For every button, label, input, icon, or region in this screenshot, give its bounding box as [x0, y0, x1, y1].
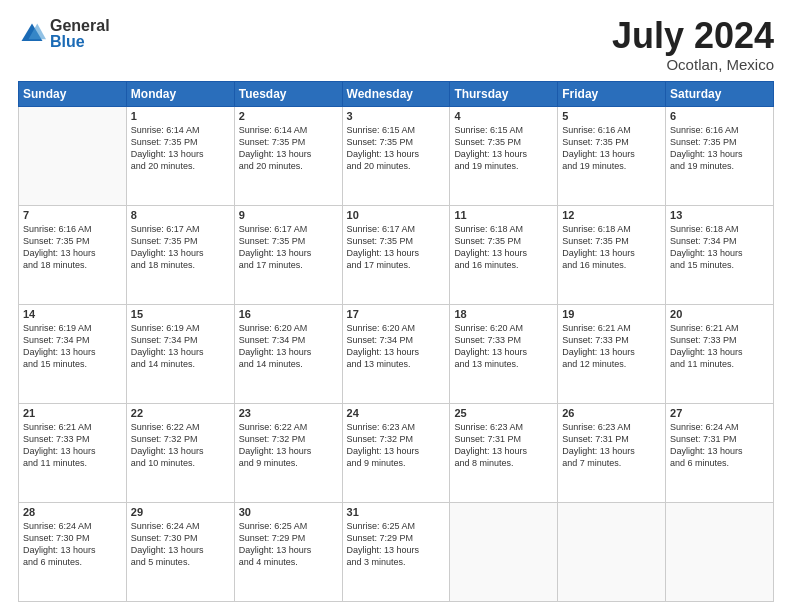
day-info: Sunrise: 6:24 AMSunset: 7:30 PMDaylight:…	[23, 520, 122, 569]
day-number: 1	[131, 110, 230, 122]
table-row	[558, 503, 666, 602]
day-info: Sunrise: 6:25 AMSunset: 7:29 PMDaylight:…	[347, 520, 446, 569]
day-info: Sunrise: 6:14 AMSunset: 7:35 PMDaylight:…	[239, 124, 338, 173]
table-row: 20Sunrise: 6:21 AMSunset: 7:33 PMDayligh…	[666, 305, 774, 404]
col-sunday: Sunday	[19, 82, 127, 107]
table-row: 11Sunrise: 6:18 AMSunset: 7:35 PMDayligh…	[450, 206, 558, 305]
table-row: 29Sunrise: 6:24 AMSunset: 7:30 PMDayligh…	[126, 503, 234, 602]
day-number: 25	[454, 407, 553, 419]
table-row: 14Sunrise: 6:19 AMSunset: 7:34 PMDayligh…	[19, 305, 127, 404]
table-row	[19, 107, 127, 206]
table-row: 8Sunrise: 6:17 AMSunset: 7:35 PMDaylight…	[126, 206, 234, 305]
table-row: 30Sunrise: 6:25 AMSunset: 7:29 PMDayligh…	[234, 503, 342, 602]
day-info: Sunrise: 6:16 AMSunset: 7:35 PMDaylight:…	[562, 124, 661, 173]
day-info: Sunrise: 6:21 AMSunset: 7:33 PMDaylight:…	[670, 322, 769, 371]
day-number: 3	[347, 110, 446, 122]
table-row	[450, 503, 558, 602]
table-row: 12Sunrise: 6:18 AMSunset: 7:35 PMDayligh…	[558, 206, 666, 305]
col-saturday: Saturday	[666, 82, 774, 107]
table-row: 1Sunrise: 6:14 AMSunset: 7:35 PMDaylight…	[126, 107, 234, 206]
col-tuesday: Tuesday	[234, 82, 342, 107]
day-info: Sunrise: 6:18 AMSunset: 7:35 PMDaylight:…	[454, 223, 553, 272]
day-info: Sunrise: 6:24 AMSunset: 7:30 PMDaylight:…	[131, 520, 230, 569]
day-info: Sunrise: 6:22 AMSunset: 7:32 PMDaylight:…	[239, 421, 338, 470]
day-number: 28	[23, 506, 122, 518]
day-number: 26	[562, 407, 661, 419]
table-row: 3Sunrise: 6:15 AMSunset: 7:35 PMDaylight…	[342, 107, 450, 206]
day-number: 5	[562, 110, 661, 122]
day-number: 2	[239, 110, 338, 122]
day-number: 10	[347, 209, 446, 221]
table-row: 7Sunrise: 6:16 AMSunset: 7:35 PMDaylight…	[19, 206, 127, 305]
day-info: Sunrise: 6:17 AMSunset: 7:35 PMDaylight:…	[239, 223, 338, 272]
table-row: 5Sunrise: 6:16 AMSunset: 7:35 PMDaylight…	[558, 107, 666, 206]
table-row: 2Sunrise: 6:14 AMSunset: 7:35 PMDaylight…	[234, 107, 342, 206]
day-number: 22	[131, 407, 230, 419]
table-row: 9Sunrise: 6:17 AMSunset: 7:35 PMDaylight…	[234, 206, 342, 305]
day-number: 19	[562, 308, 661, 320]
day-number: 11	[454, 209, 553, 221]
calendar-table: Sunday Monday Tuesday Wednesday Thursday…	[18, 81, 774, 602]
day-number: 27	[670, 407, 769, 419]
day-number: 24	[347, 407, 446, 419]
logo-text: General Blue	[50, 18, 110, 50]
title-block: July 2024 Ocotlan, Mexico	[612, 18, 774, 73]
table-row: 18Sunrise: 6:20 AMSunset: 7:33 PMDayligh…	[450, 305, 558, 404]
day-number: 16	[239, 308, 338, 320]
table-row: 27Sunrise: 6:24 AMSunset: 7:31 PMDayligh…	[666, 404, 774, 503]
day-number: 13	[670, 209, 769, 221]
day-info: Sunrise: 6:14 AMSunset: 7:35 PMDaylight:…	[131, 124, 230, 173]
day-number: 14	[23, 308, 122, 320]
table-row: 24Sunrise: 6:23 AMSunset: 7:32 PMDayligh…	[342, 404, 450, 503]
title-location: Ocotlan, Mexico	[612, 56, 774, 73]
calendar-header-row: Sunday Monday Tuesday Wednesday Thursday…	[19, 82, 774, 107]
day-number: 18	[454, 308, 553, 320]
day-info: Sunrise: 6:20 AMSunset: 7:33 PMDaylight:…	[454, 322, 553, 371]
table-row: 15Sunrise: 6:19 AMSunset: 7:34 PMDayligh…	[126, 305, 234, 404]
day-info: Sunrise: 6:23 AMSunset: 7:31 PMDaylight:…	[562, 421, 661, 470]
day-info: Sunrise: 6:22 AMSunset: 7:32 PMDaylight:…	[131, 421, 230, 470]
table-row: 23Sunrise: 6:22 AMSunset: 7:32 PMDayligh…	[234, 404, 342, 503]
day-number: 23	[239, 407, 338, 419]
day-number: 29	[131, 506, 230, 518]
day-info: Sunrise: 6:23 AMSunset: 7:32 PMDaylight:…	[347, 421, 446, 470]
day-number: 12	[562, 209, 661, 221]
day-number: 30	[239, 506, 338, 518]
day-info: Sunrise: 6:25 AMSunset: 7:29 PMDaylight:…	[239, 520, 338, 569]
day-info: Sunrise: 6:16 AMSunset: 7:35 PMDaylight:…	[670, 124, 769, 173]
day-info: Sunrise: 6:18 AMSunset: 7:34 PMDaylight:…	[670, 223, 769, 272]
calendar-week-row: 7Sunrise: 6:16 AMSunset: 7:35 PMDaylight…	[19, 206, 774, 305]
calendar-week-row: 21Sunrise: 6:21 AMSunset: 7:33 PMDayligh…	[19, 404, 774, 503]
day-number: 9	[239, 209, 338, 221]
table-row: 6Sunrise: 6:16 AMSunset: 7:35 PMDaylight…	[666, 107, 774, 206]
table-row: 26Sunrise: 6:23 AMSunset: 7:31 PMDayligh…	[558, 404, 666, 503]
day-number: 6	[670, 110, 769, 122]
day-number: 7	[23, 209, 122, 221]
table-row: 19Sunrise: 6:21 AMSunset: 7:33 PMDayligh…	[558, 305, 666, 404]
col-thursday: Thursday	[450, 82, 558, 107]
day-info: Sunrise: 6:19 AMSunset: 7:34 PMDaylight:…	[131, 322, 230, 371]
calendar-week-row: 1Sunrise: 6:14 AMSunset: 7:35 PMDaylight…	[19, 107, 774, 206]
col-monday: Monday	[126, 82, 234, 107]
table-row: 13Sunrise: 6:18 AMSunset: 7:34 PMDayligh…	[666, 206, 774, 305]
day-info: Sunrise: 6:23 AMSunset: 7:31 PMDaylight:…	[454, 421, 553, 470]
day-info: Sunrise: 6:20 AMSunset: 7:34 PMDaylight:…	[239, 322, 338, 371]
day-number: 31	[347, 506, 446, 518]
day-info: Sunrise: 6:17 AMSunset: 7:35 PMDaylight:…	[131, 223, 230, 272]
day-number: 17	[347, 308, 446, 320]
table-row: 25Sunrise: 6:23 AMSunset: 7:31 PMDayligh…	[450, 404, 558, 503]
col-wednesday: Wednesday	[342, 82, 450, 107]
title-month: July 2024	[612, 18, 774, 54]
logo-general-text: General	[50, 18, 110, 34]
table-row: 22Sunrise: 6:22 AMSunset: 7:32 PMDayligh…	[126, 404, 234, 503]
header: General Blue July 2024 Ocotlan, Mexico	[18, 18, 774, 73]
logo: General Blue	[18, 18, 110, 50]
calendar-week-row: 28Sunrise: 6:24 AMSunset: 7:30 PMDayligh…	[19, 503, 774, 602]
page: General Blue July 2024 Ocotlan, Mexico S…	[0, 0, 792, 612]
day-info: Sunrise: 6:16 AMSunset: 7:35 PMDaylight:…	[23, 223, 122, 272]
day-info: Sunrise: 6:21 AMSunset: 7:33 PMDaylight:…	[23, 421, 122, 470]
table-row: 28Sunrise: 6:24 AMSunset: 7:30 PMDayligh…	[19, 503, 127, 602]
table-row: 17Sunrise: 6:20 AMSunset: 7:34 PMDayligh…	[342, 305, 450, 404]
day-number: 21	[23, 407, 122, 419]
day-info: Sunrise: 6:15 AMSunset: 7:35 PMDaylight:…	[347, 124, 446, 173]
